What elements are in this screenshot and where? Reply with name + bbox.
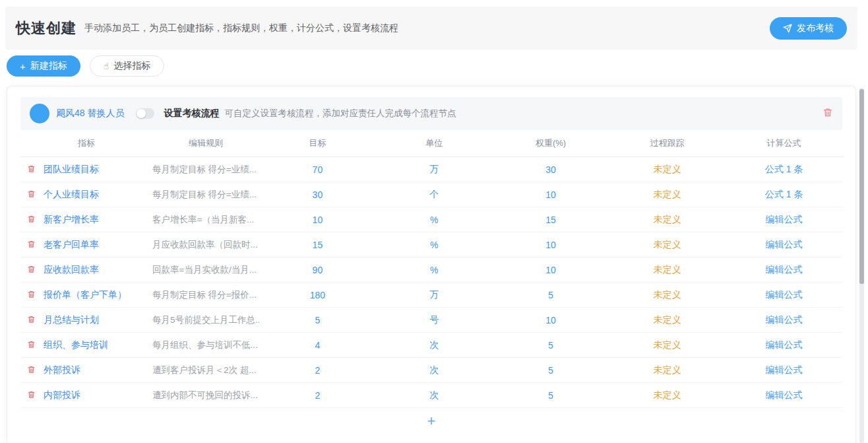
formula-link[interactable]: 编辑公式 xyxy=(726,239,842,251)
trash-icon xyxy=(27,265,36,275)
rule-text[interactable]: 遭到客户投诉月＜2次 超... xyxy=(152,364,259,376)
weight-value[interactable]: 10 xyxy=(493,315,609,325)
table-header: 指标 编辑规则 目标 单位 权重(%) 过程跟踪 计算公式 xyxy=(20,130,842,156)
formula-link[interactable]: 编辑公式 xyxy=(726,214,842,226)
table-row: 个人业绩目标 每月制定目标 得分=业绩... 30 个 10 未定义 公式 1 … xyxy=(20,182,842,207)
formula-link[interactable]: 公式 1 条 xyxy=(726,189,842,201)
delete-row-button[interactable] xyxy=(27,390,36,401)
metric-name-link[interactable]: 报价单（客户下单） xyxy=(44,289,127,301)
metric-name-link[interactable]: 外部投诉 xyxy=(44,364,80,376)
add-metric-row-button[interactable]: + xyxy=(427,414,436,428)
target-value[interactable]: 4 xyxy=(259,340,376,351)
rule-text[interactable]: 月应收款回款率（回款时... xyxy=(152,239,259,251)
delete-row-button[interactable] xyxy=(27,215,36,225)
scrollbar-thumb[interactable] xyxy=(859,89,864,284)
target-value[interactable]: 2 xyxy=(259,365,376,376)
target-value[interactable]: 30 xyxy=(259,189,376,200)
tracking-status[interactable]: 未定义 xyxy=(609,364,726,376)
new-metric-button[interactable]: + 新建指标 xyxy=(7,55,80,77)
weight-value[interactable]: 5 xyxy=(493,290,609,300)
delete-group-button[interactable] xyxy=(822,107,833,120)
rule-text[interactable]: 每月制定目标 得分=报价... xyxy=(152,289,259,301)
unit-value[interactable]: 号 xyxy=(376,314,493,326)
metric-name-link[interactable]: 应收款回款率 xyxy=(44,264,99,276)
tracking-status[interactable]: 未定义 xyxy=(609,314,726,326)
toggle-description: 可自定义设置考核流程，添加对应责任人完成每个流程节点 xyxy=(224,108,456,119)
target-value[interactable]: 15 xyxy=(259,240,376,250)
target-value[interactable]: 70 xyxy=(259,164,376,175)
weight-value[interactable]: 15 xyxy=(493,215,609,225)
formula-link[interactable]: 编辑公式 xyxy=(726,314,842,326)
target-value[interactable]: 5 xyxy=(259,315,376,325)
weight-value[interactable]: 5 xyxy=(493,365,609,376)
weight-value[interactable]: 5 xyxy=(493,390,609,401)
rule-text[interactable]: 每月组织、参与培训不低... xyxy=(152,339,259,351)
table-row: 老客户回单率 月应收款回款率（回款时... 15 % 10 未定义 编辑公式 xyxy=(20,232,842,257)
delete-row-button[interactable] xyxy=(27,290,36,300)
assessment-flow-toggle[interactable] xyxy=(136,108,154,119)
unit-value[interactable]: 次 xyxy=(376,390,493,401)
delete-row-button[interactable] xyxy=(27,340,36,351)
delete-row-button[interactable] xyxy=(27,315,36,325)
delete-row-button[interactable] xyxy=(27,164,36,175)
unit-value[interactable]: 万 xyxy=(376,289,493,301)
tracking-status[interactable]: 未定义 xyxy=(609,239,726,251)
target-value[interactable]: 180 xyxy=(259,290,376,300)
tracking-status[interactable]: 未定义 xyxy=(609,390,726,401)
weight-value[interactable]: 10 xyxy=(493,189,609,200)
trash-icon xyxy=(27,390,36,401)
weight-value[interactable]: 10 xyxy=(493,265,609,275)
weight-value[interactable]: 5 xyxy=(493,340,609,351)
publish-assessment-button[interactable]: 发布考核 xyxy=(770,17,847,40)
delete-row-button[interactable] xyxy=(27,189,36,200)
unit-value[interactable]: 个 xyxy=(376,189,493,201)
unit-value[interactable]: 次 xyxy=(376,339,493,351)
formula-link[interactable]: 编辑公式 xyxy=(726,390,842,401)
weight-value[interactable]: 10 xyxy=(493,240,609,250)
unit-value[interactable]: 次 xyxy=(376,364,493,376)
metric-name-link[interactable]: 团队业绩目标 xyxy=(44,164,99,176)
formula-link[interactable]: 编辑公式 xyxy=(726,339,842,351)
target-value[interactable]: 90 xyxy=(259,265,376,275)
rule-text[interactable]: 回款率=当月实收款/当月... xyxy=(152,264,259,276)
unit-value[interactable]: 万 xyxy=(376,164,493,176)
page-subtitle: 手动添加员工，为员工创建指标，指标规则，权重，计分公式，设置考核流程 xyxy=(84,22,398,34)
formula-link[interactable]: 编辑公式 xyxy=(726,289,842,301)
tracking-status[interactable]: 未定义 xyxy=(609,164,726,176)
delete-row-button[interactable] xyxy=(27,365,36,376)
metric-name-link[interactable]: 新客户增长率 xyxy=(44,214,99,226)
formula-link[interactable]: 公式 1 条 xyxy=(726,164,842,176)
rule-text[interactable]: 每月5号前提交上月工作总... xyxy=(152,314,259,326)
metric-name-link[interactable]: 老客户回单率 xyxy=(44,239,99,251)
rule-text[interactable]: 客户增长率=（当月新客... xyxy=(152,214,259,226)
metric-name-link[interactable]: 组织、参与培训 xyxy=(44,339,108,351)
unit-value[interactable]: % xyxy=(376,215,493,225)
tracking-status[interactable]: 未定义 xyxy=(609,264,726,276)
unit-value[interactable]: % xyxy=(376,240,493,250)
target-value[interactable]: 10 xyxy=(259,215,376,225)
tracking-status[interactable]: 未定义 xyxy=(609,189,726,201)
weight-value[interactable]: 30 xyxy=(493,164,609,175)
delete-row-button[interactable] xyxy=(27,265,36,275)
column-header-rule: 编辑规则 xyxy=(152,137,259,149)
avatar xyxy=(30,104,49,123)
rule-text[interactable]: 每月制定目标 得分=业绩... xyxy=(152,189,259,201)
rule-text[interactable]: 每月制定目标 得分=业绩... xyxy=(152,164,259,176)
table-row: 组织、参与培训 每月组织、参与培训不低... 4 次 5 未定义 编辑公式 xyxy=(20,332,842,357)
group-name-link[interactable]: 飓风48 替换人员 xyxy=(56,108,124,119)
metric-name-link[interactable]: 个人业绩目标 xyxy=(44,189,99,201)
formula-link[interactable]: 编辑公式 xyxy=(726,264,842,276)
metric-name-link[interactable]: 月总结与计划 xyxy=(44,314,99,326)
target-value[interactable]: 2 xyxy=(259,390,376,401)
metric-name-link[interactable]: 内部投诉 xyxy=(44,390,80,401)
select-metric-button[interactable]: ☝ 选择指标 xyxy=(90,55,165,77)
tracking-status[interactable]: 未定义 xyxy=(609,214,726,226)
tracking-status[interactable]: 未定义 xyxy=(609,339,726,351)
delete-row-button[interactable] xyxy=(27,240,36,250)
formula-link[interactable]: 编辑公式 xyxy=(726,364,842,376)
rule-text[interactable]: 遭到内部不可挽回的投诉... xyxy=(152,390,259,401)
tracking-status[interactable]: 未定义 xyxy=(609,289,726,301)
publish-button-label: 发布考核 xyxy=(797,22,834,34)
vertical-scrollbar[interactable] xyxy=(859,88,864,443)
unit-value[interactable]: % xyxy=(376,265,493,275)
